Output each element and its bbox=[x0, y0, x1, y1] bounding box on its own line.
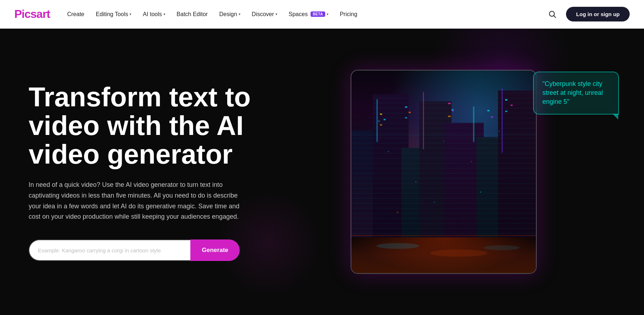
svg-line-1 bbox=[554, 15, 556, 18]
login-button[interactable]: Log in or sign up bbox=[566, 7, 630, 21]
design-chevron-icon: ▾ bbox=[239, 12, 240, 16]
ai-tools-chevron-icon: ▾ bbox=[164, 12, 165, 16]
cyberpunk-city-image bbox=[351, 70, 537, 274]
nav-spaces[interactable]: Spaces BETA ▾ bbox=[289, 11, 328, 18]
hero-visual: "Cyberpunk style city street at night, u… bbox=[272, 29, 615, 315]
nav-discover[interactable]: Discover ▾ bbox=[252, 11, 277, 18]
picsart-logo[interactable]: Picsart bbox=[14, 8, 50, 21]
spaces-chevron-icon: ▾ bbox=[327, 12, 328, 16]
nav-right: Log in or sign up bbox=[546, 7, 630, 21]
road-overlay bbox=[351, 237, 536, 273]
editing-tools-chevron-icon: ▾ bbox=[130, 12, 131, 16]
nav-ai-tools[interactable]: AI tools ▾ bbox=[143, 11, 165, 18]
hero-title: Transform text to video with the AI vide… bbox=[29, 83, 272, 168]
prompt-bubble: "Cyberpunk style city street at night, u… bbox=[533, 72, 619, 115]
generate-button[interactable]: Generate bbox=[190, 239, 240, 261]
nav-links: Create Editing Tools ▾ AI tools ▾ Batch … bbox=[67, 11, 546, 18]
prompt-bubble-text: "Cyberpunk style city street at night, u… bbox=[542, 80, 603, 105]
nav-design[interactable]: Design ▾ bbox=[219, 11, 240, 18]
text-to-video-input[interactable] bbox=[29, 239, 190, 261]
city-background bbox=[351, 71, 536, 273]
discover-chevron-icon: ▾ bbox=[275, 12, 277, 16]
hero-input-row: Generate bbox=[29, 239, 240, 261]
nav-pricing[interactable]: Pricing bbox=[340, 11, 357, 18]
nav-create[interactable]: Create bbox=[67, 11, 84, 18]
nav-batch-editor[interactable]: Batch Editor bbox=[177, 11, 208, 18]
hero-subtitle: In need of a quick video? Use the AI vid… bbox=[29, 180, 240, 222]
hero-section: Transform text to video with the AI vide… bbox=[0, 29, 644, 315]
nav-editing-tools[interactable]: Editing Tools ▾ bbox=[96, 11, 131, 18]
spaces-beta-badge: BETA bbox=[311, 11, 325, 17]
navbar: Picsart Create Editing Tools ▾ AI tools … bbox=[0, 0, 644, 29]
hero-content: Transform text to video with the AI vide… bbox=[29, 83, 272, 261]
search-button[interactable] bbox=[546, 8, 559, 21]
